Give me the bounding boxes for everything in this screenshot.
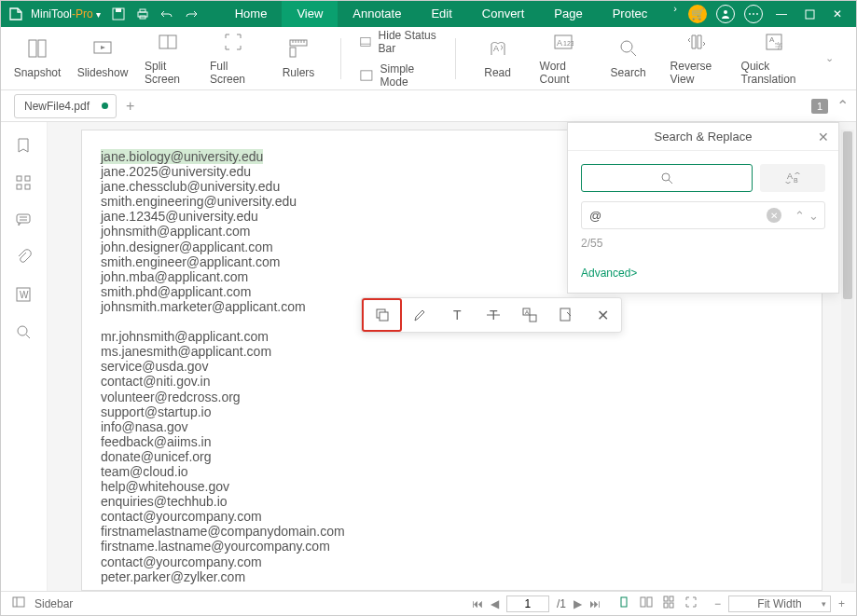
svg-text:W: W: [20, 290, 29, 300]
svg-rect-49: [560, 308, 570, 321]
tab-counter: 1: [811, 99, 828, 114]
menu-convert[interactable]: Convert: [467, 1, 540, 27]
sidebar-label[interactable]: Sidebar: [35, 597, 73, 610]
qat-dropdown[interactable]: ▾: [96, 9, 101, 20]
cart-icon[interactable]: 🛒: [686, 3, 709, 25]
svg-rect-1: [116, 8, 121, 12]
file-tab[interactable]: NewFile4.pdf: [14, 94, 117, 118]
chevron-right-icon[interactable]: ›: [673, 3, 677, 25]
undo-icon[interactable]: [157, 4, 177, 24]
view-options: Hide Status Bar Simple Mode: [360, 29, 436, 89]
svg-text:字: 字: [775, 42, 782, 50]
chat-icon[interactable]: ⋯: [742, 3, 765, 25]
search-tool[interactable]: Search: [605, 38, 652, 79]
next-page-icon[interactable]: ▶: [574, 597, 582, 610]
menu-edit[interactable]: Edit: [416, 1, 466, 27]
snapshot-tool[interactable]: Snapshot: [14, 38, 61, 79]
svg-rect-14: [361, 37, 370, 46]
strikethrough-button[interactable]: T: [475, 298, 511, 332]
maximize-icon[interactable]: [798, 3, 821, 25]
main-menu: Home View Annotate Edit Convert Page Pro…: [220, 1, 663, 27]
sidebar-toggle-icon[interactable]: [12, 595, 25, 611]
zoom-select[interactable]: Fit Width: [728, 595, 831, 612]
search-input[interactable]: @ ✕ ⌃⌄: [581, 201, 825, 229]
rulers-tool[interactable]: Rulers: [275, 38, 322, 79]
svg-rect-54: [647, 597, 652, 607]
highlight-button[interactable]: [402, 298, 438, 332]
page-input[interactable]: [506, 595, 549, 612]
translate-button[interactable]: A: [512, 298, 548, 332]
svg-rect-3: [140, 9, 145, 12]
menu-page[interactable]: Page: [539, 1, 597, 27]
replace-mode-button[interactable]: AB: [760, 164, 825, 192]
svg-text:A: A: [557, 38, 562, 48]
word-icon[interactable]: W: [15, 286, 34, 305]
search-side-icon[interactable]: [15, 323, 34, 342]
word-count-tool[interactable]: A123Word Count: [540, 32, 587, 86]
full-screen-tool[interactable]: Full Screen: [210, 32, 256, 86]
comments-icon[interactable]: [15, 212, 34, 230]
svg-rect-7: [29, 40, 36, 57]
advanced-link[interactable]: Advanced>: [581, 267, 825, 280]
split-screen-tool[interactable]: Split Screen: [145, 32, 191, 86]
svg-text:T: T: [453, 308, 462, 322]
panel-close-icon[interactable]: ✕: [818, 130, 829, 144]
prev-page-icon[interactable]: ◀: [491, 597, 499, 610]
svg-point-35: [18, 326, 27, 335]
svg-rect-50: [13, 597, 24, 607]
document-tabs: NewFile4.pdf + 1 ⌃: [1, 90, 856, 122]
single-page-icon[interactable]: [617, 595, 630, 611]
menu-annotate[interactable]: Annotate: [338, 1, 416, 27]
scrollbar-thumb[interactable]: [843, 131, 852, 299]
svg-rect-57: [664, 603, 668, 608]
svg-line-36: [26, 335, 30, 338]
svg-text:A: A: [493, 44, 499, 53]
minimize-icon[interactable]: —: [770, 3, 793, 25]
copy-button[interactable]: [362, 298, 402, 332]
zoom-out-icon[interactable]: −: [714, 597, 721, 610]
sidebar-tools: W: [1, 122, 48, 591]
menu-home[interactable]: Home: [220, 1, 283, 27]
status-bar: Sidebar ⏮ ◀ /1 ▶ ⏭ − Fit Width +: [1, 591, 856, 615]
last-page-icon[interactable]: ⏭: [589, 597, 601, 610]
zoom-in-icon[interactable]: +: [838, 597, 845, 610]
fullscreen-status-icon[interactable]: [684, 595, 698, 611]
scrollbar-vertical[interactable]: [841, 130, 854, 583]
print-icon[interactable]: [132, 4, 153, 24]
thumbnails-icon[interactable]: [15, 174, 34, 193]
user-icon[interactable]: [714, 3, 737, 25]
read-tool[interactable]: ARead: [475, 38, 521, 79]
unsaved-indicator: [102, 103, 108, 109]
hide-status-bar-button[interactable]: Hide Status Bar: [360, 29, 436, 55]
titlebar: MiniTool-Pro ▾ Home View Annotate Edit C…: [1, 1, 856, 27]
svg-rect-58: [670, 603, 673, 608]
new-tab-button[interactable]: +: [126, 98, 134, 115]
menu-protect[interactable]: Protec: [598, 1, 663, 27]
search-mode-button[interactable]: [581, 164, 753, 192]
reverse-view-tool[interactable]: Reverse View: [670, 32, 723, 86]
quick-translation-tool[interactable]: A字Quick Translation: [741, 32, 807, 86]
slideshow-tool[interactable]: Slideshow: [79, 38, 126, 79]
bookmark-icon[interactable]: [15, 137, 34, 156]
attachments-icon[interactable]: [15, 249, 34, 267]
svg-text:B: B: [794, 177, 798, 184]
continuous-icon[interactable]: [662, 595, 675, 611]
text-edit-button[interactable]: T: [438, 298, 475, 332]
annotate-button[interactable]: [548, 298, 585, 332]
save-icon[interactable]: [108, 4, 129, 24]
tabs-chevron-icon[interactable]: ⌃: [836, 97, 849, 115]
close-toolbar-icon[interactable]: ✕: [585, 298, 621, 332]
clear-search-icon[interactable]: ✕: [767, 208, 781, 223]
prev-match-icon[interactable]: ⌃: [795, 209, 805, 223]
menu-view[interactable]: View: [282, 1, 338, 27]
quick-access-toolbar: [108, 4, 201, 24]
close-icon[interactable]: ✕: [826, 3, 849, 25]
redo-icon[interactable]: [181, 4, 201, 24]
first-page-icon[interactable]: ⏮: [472, 597, 483, 610]
simple-mode-button[interactable]: Simple Mode: [360, 62, 436, 89]
two-page-icon[interactable]: [640, 595, 653, 611]
selection-toolbar: T T A ✕: [361, 297, 622, 333]
ribbon-collapse-icon[interactable]: ⌄: [825, 52, 843, 64]
next-match-icon[interactable]: ⌄: [809, 209, 819, 223]
svg-rect-55: [664, 596, 668, 601]
